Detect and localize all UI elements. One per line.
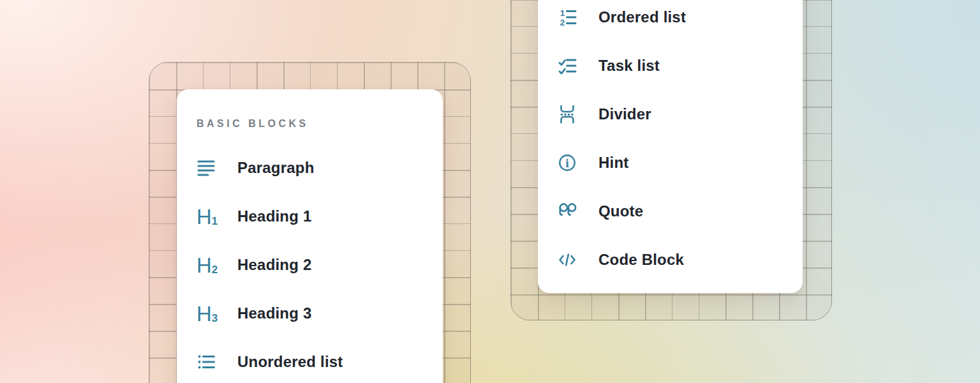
section-label-basic-blocks: BASIC BLOCKS xyxy=(197,119,443,128)
menu-item-quote[interactable]: Quote xyxy=(538,187,803,236)
blocks-menu: 1 2 Ordered list Task list xyxy=(538,0,803,293)
heading-icon-letter: H xyxy=(197,207,211,226)
menu-item-heading-3[interactable]: H 3 Heading 3 xyxy=(177,289,443,338)
blocks-item-list: 1 2 Ordered list Task list xyxy=(538,0,803,284)
quote-icon xyxy=(558,202,577,221)
menu-item-label: Ordered list xyxy=(598,8,686,26)
menu-item-label: Heading 1 xyxy=(237,207,312,225)
menu-item-label: Heading 3 xyxy=(237,304,312,322)
task-list-icon xyxy=(558,56,577,75)
heading-1-icon: H 1 xyxy=(197,207,216,226)
menu-item-unordered-list[interactable]: Unordered list xyxy=(177,338,443,383)
menu-item-paragraph[interactable]: Paragraph xyxy=(177,144,443,192)
ordered-list-digit: 2 xyxy=(560,18,565,27)
menu-item-code-block[interactable]: Code Block xyxy=(538,236,803,284)
menu-item-label: Paragraph xyxy=(237,159,315,177)
divider-icon xyxy=(558,105,577,124)
heading-icon-digit: 3 xyxy=(212,313,218,324)
menu-item-label: Task list xyxy=(598,57,660,75)
hint-glyph: i xyxy=(565,158,569,170)
menu-item-label: Unordered list xyxy=(237,353,343,371)
menu-item-hint[interactable]: i Hint xyxy=(538,139,803,187)
menu-item-divider[interactable]: Divider xyxy=(538,90,803,139)
heading-3-icon: H 3 xyxy=(197,304,216,323)
basic-blocks-item-list: Paragraph H 1 Heading 1 H 2 Heading 2 H … xyxy=(177,144,443,383)
menu-item-heading-2[interactable]: H 2 Heading 2 xyxy=(177,241,443,289)
menu-item-label: Code Block xyxy=(598,251,684,269)
ordered-list-icon: 1 2 xyxy=(558,8,577,27)
heading-2-icon: H 2 xyxy=(197,255,216,274)
menu-item-label: Heading 2 xyxy=(237,256,312,274)
hint-icon: i xyxy=(558,153,577,172)
menu-item-label: Hint xyxy=(598,154,628,172)
heading-icon-letter: H xyxy=(197,256,211,274)
menu-item-task-list[interactable]: Task list xyxy=(538,41,803,90)
code-block-icon xyxy=(558,250,577,269)
menu-item-ordered-list[interactable]: 1 2 Ordered list xyxy=(538,0,803,41)
basic-blocks-menu: BASIC BLOCKS Paragraph H 1 Heading 1 H 2… xyxy=(177,89,443,383)
ordered-list-digit: 1 xyxy=(560,8,565,18)
unordered-list-icon xyxy=(197,352,216,372)
menu-item-label: Quote xyxy=(598,202,643,220)
heading-icon-letter: H xyxy=(197,304,211,323)
menu-item-label: Divider xyxy=(598,105,651,123)
heading-icon-digit: 2 xyxy=(212,264,218,275)
menu-item-heading-1[interactable]: H 1 Heading 1 xyxy=(177,192,443,241)
heading-icon-digit: 1 xyxy=(212,216,218,227)
paragraph-icon xyxy=(197,158,216,177)
